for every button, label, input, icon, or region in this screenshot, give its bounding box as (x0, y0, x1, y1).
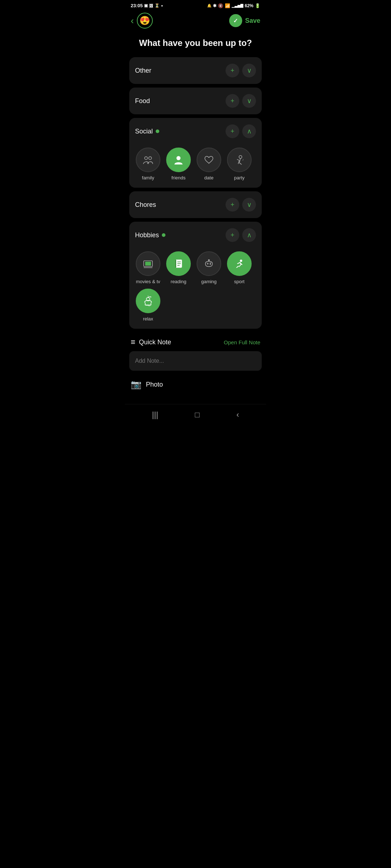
sport-icon-circle (227, 251, 252, 276)
hobbies-collapse-button[interactable]: ∧ (242, 228, 256, 242)
social-active-dot (156, 129, 159, 133)
svg-point-23 (240, 260, 242, 262)
social-collapse-button[interactable]: ∧ (242, 124, 256, 138)
save-button[interactable]: ✓ Save (229, 14, 260, 27)
hobbies-item-gaming[interactable]: gaming (196, 251, 222, 284)
reading-label: reading (171, 279, 186, 284)
category-social-header: Social + ∧ (129, 118, 262, 145)
gaming-label: gaming (201, 279, 217, 284)
bottom-nav: ||| □ ‹ (125, 404, 266, 427)
nav-back-button[interactable]: ‹ (236, 410, 239, 420)
hobbies-item-movies-tv[interactable]: movies & tv (135, 251, 161, 284)
date-icon-circle (197, 148, 221, 172)
image-icon: 🖼 (149, 4, 153, 8)
category-hobbies-actions: + ∧ (226, 228, 256, 242)
social-item-friends[interactable]: friends (165, 148, 192, 180)
svg-rect-10 (145, 262, 151, 266)
chores-expand-button[interactable]: ∨ (242, 198, 256, 212)
category-hobbies-header: Hobbies + ∧ (129, 222, 262, 248)
sport-label: sport (234, 279, 245, 284)
svg-text:♪: ♪ (242, 158, 244, 161)
nav-home-button[interactable]: □ (195, 410, 199, 420)
hobbies-add-button[interactable]: + (226, 228, 239, 242)
category-hobbies-title: Hobbies (135, 231, 165, 239)
family-label: family (142, 175, 154, 180)
svg-line-26 (150, 297, 151, 298)
gaming-icon-circle (197, 251, 221, 276)
page-title: What have you been up to? (125, 34, 266, 57)
wifi-icon: 📶 (225, 3, 230, 8)
chores-add-button[interactable]: + (226, 198, 239, 212)
quick-note-left: ≡ Quick Note (131, 337, 171, 347)
svg-point-19 (210, 263, 211, 264)
category-food-title: Food (135, 97, 150, 105)
hobbies-item-reading[interactable]: reading (165, 251, 192, 284)
food-add-button[interactable]: + (226, 94, 239, 108)
categories-list: Other + ∨ Food + ∨ Social (125, 57, 266, 329)
quick-note-header: ≡ Quick Note Open Full Note (129, 337, 262, 351)
top-nav: ‹ 😍 ✓ Save (125, 10, 266, 34)
food-expand-button[interactable]: ∨ (242, 94, 256, 108)
category-chores-title: Chores (135, 201, 156, 209)
mute-icon: 🔇 (218, 3, 223, 8)
hobbies-item-sport[interactable]: sport (226, 251, 252, 284)
save-label: Save (245, 17, 260, 25)
category-chores: Chores + ∨ (129, 191, 262, 218)
nav-menu-button[interactable]: ||| (152, 410, 158, 420)
social-item-date[interactable]: date (196, 148, 222, 180)
open-full-note-button[interactable]: Open Full Note (224, 339, 260, 345)
category-other-title: Other (135, 67, 151, 75)
hobbies-sub-items: movies & tv reading (129, 248, 262, 329)
photo-label: Photo (146, 381, 163, 388)
social-sub-items: family friends date (129, 145, 262, 188)
category-food-header: Food + ∨ (129, 88, 262, 114)
svg-line-6 (238, 161, 239, 164)
social-item-family[interactable]: family (135, 148, 161, 180)
category-social-title: Social (135, 128, 159, 135)
svg-point-0 (144, 157, 147, 159)
svg-point-2 (176, 156, 180, 160)
party-label: party (234, 175, 245, 180)
quick-note-label: Quick Note (139, 339, 171, 346)
signal-icon: ▁▃▅▇ (232, 4, 243, 8)
svg-point-21 (208, 259, 210, 261)
svg-line-5 (237, 159, 239, 161)
category-chores-actions: + ∨ (226, 198, 256, 212)
movies-tv-icon-circle (136, 251, 160, 276)
status-right: 🔔 ✱ 🔇 📶 ▁▃▅▇ 62% 🔋 (207, 3, 260, 8)
dot-icon: • (161, 3, 163, 8)
other-add-button[interactable]: + (226, 64, 239, 77)
note-icon: ≡ (131, 337, 135, 347)
category-food: Food + ∨ (129, 88, 262, 114)
relax-label: relax (143, 316, 153, 322)
category-food-actions: + ∨ (226, 94, 256, 108)
camera-icon: 📷 (131, 379, 142, 390)
relax-icon-circle (136, 289, 160, 313)
back-button[interactable]: ‹ 😍 (131, 13, 153, 29)
social-item-party[interactable]: ♪ party (226, 148, 252, 180)
back-arrow-icon: ‹ (131, 15, 134, 26)
hobbies-item-relax[interactable]: relax (135, 289, 161, 322)
hobbies-active-dot (162, 233, 165, 237)
battery-icon: 🔋 (255, 3, 260, 8)
movies-tv-label: movies & tv (136, 279, 160, 284)
category-other: Other + ∨ (129, 57, 262, 84)
social-add-button[interactable]: + (226, 124, 239, 138)
party-icon-circle: ♪ (227, 148, 252, 172)
family-icon-circle (136, 148, 160, 172)
status-left: 23:05 ▣ 🖼 ⏳ • (131, 3, 163, 8)
category-other-header: Other + ∨ (129, 57, 262, 84)
svg-point-20 (210, 264, 211, 265)
category-hobbies: Hobbies + ∧ movies & tv (129, 222, 262, 329)
other-expand-button[interactable]: ∨ (242, 64, 256, 77)
photo-section[interactable]: 📷 Photo (125, 375, 266, 398)
note-input[interactable] (129, 351, 262, 371)
sim-icon: ▣ (144, 3, 148, 8)
category-other-actions: + ∨ (226, 64, 256, 77)
avatar: 😍 (137, 13, 153, 29)
date-label: date (204, 175, 213, 180)
alert-icon: 🔔 (207, 4, 211, 8)
friends-label: friends (171, 175, 185, 180)
reading-icon-circle (166, 251, 191, 276)
status-time: 23:05 (131, 3, 143, 8)
